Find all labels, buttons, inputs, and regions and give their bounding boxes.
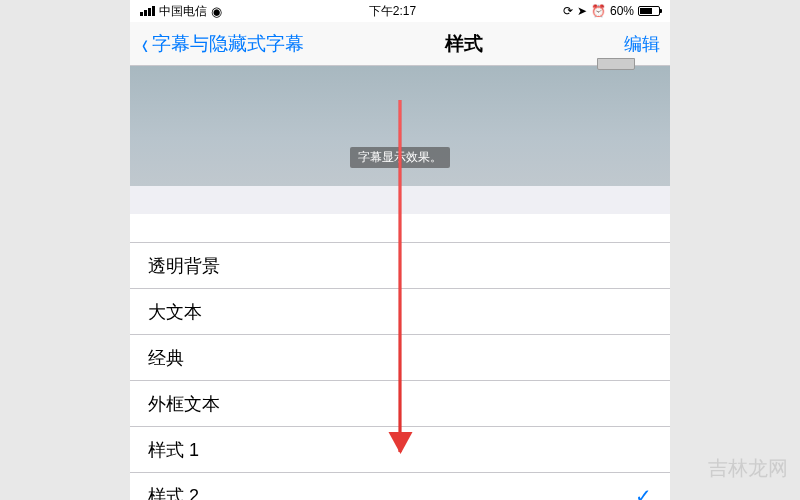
list-item-label: 样式 1	[148, 438, 199, 462]
style-option-style2[interactable]: 样式 2 ✓	[130, 473, 670, 500]
list-item-label: 大文本	[148, 300, 202, 324]
back-button[interactable]: ‹ 字幕与隐藏式字幕	[140, 27, 304, 61]
edit-button[interactable]: 编辑	[624, 32, 660, 56]
checkmark-icon: ✓	[635, 484, 652, 501]
annotation-arrow	[399, 100, 402, 452]
status-bar: 中国电信 ◉ 下午2:17 ⟳ ➤ ⏰ 60%	[130, 0, 670, 22]
watermark: 吉林龙网	[708, 455, 788, 482]
nav-bar: ‹ 字幕与隐藏式字幕 样式 编辑	[130, 22, 670, 66]
list-item-label: 样式 2	[148, 484, 199, 501]
chevron-left-icon: ‹	[142, 27, 148, 61]
preview-handle	[597, 58, 635, 70]
alarm-icon: ⏰	[591, 4, 606, 18]
battery-icon	[638, 6, 660, 16]
battery-pct: 60%	[610, 4, 634, 18]
list-item-label: 外框文本	[148, 392, 220, 416]
signal-icon	[140, 6, 155, 16]
phone-screen: 中国电信 ◉ 下午2:17 ⟳ ➤ ⏰ 60% ‹ 字幕与隐藏式字幕 样式 编辑…	[130, 0, 670, 500]
carrier-label: 中国电信	[159, 3, 207, 20]
status-time: 下午2:17	[369, 3, 416, 20]
location-icon: ➤	[577, 4, 587, 18]
list-item-label: 经典	[148, 346, 184, 370]
lock-icon: ⟳	[563, 4, 573, 18]
wifi-icon: ◉	[211, 4, 222, 19]
back-label: 字幕与隐藏式字幕	[152, 31, 304, 57]
page-title: 样式	[445, 31, 483, 57]
list-item-label: 透明背景	[148, 254, 220, 278]
